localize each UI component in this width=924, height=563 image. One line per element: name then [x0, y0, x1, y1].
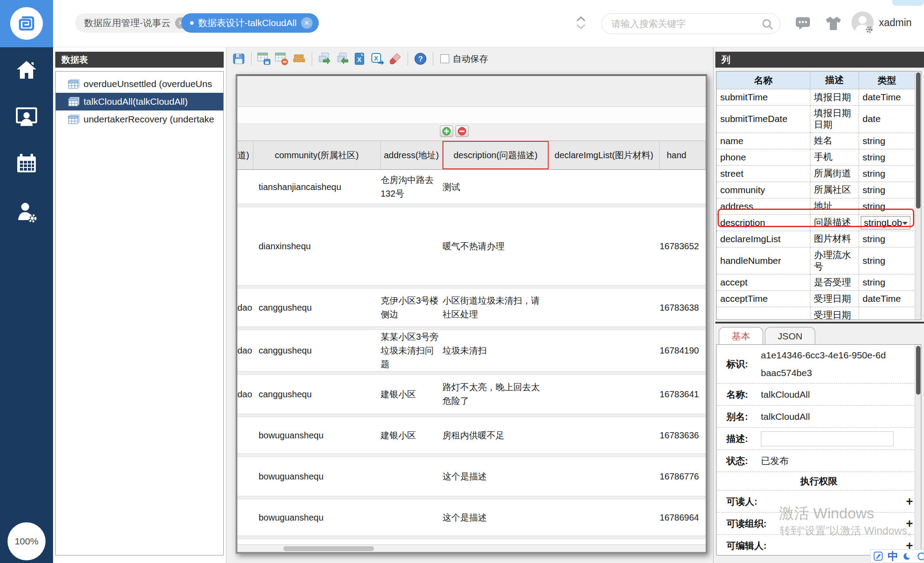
- tab-json[interactable]: JSON: [765, 327, 815, 345]
- column-def-name[interactable]: community: [717, 182, 810, 198]
- export-back-icon[interactable]: [335, 52, 349, 66]
- grid-row[interactable]: dianxinshequ 暖气不热请办理 16783652: [237, 207, 706, 285]
- column-def-row[interactable]: acceptTime 受理日期 dateTime: [717, 291, 915, 307]
- column-def-desc[interactable]: 填报日期: [810, 89, 859, 106]
- col-header-desc[interactable]: 描述: [810, 72, 859, 89]
- column-def-desc[interactable]: 所属街道: [810, 166, 859, 182]
- add-permission-button[interactable]: +: [906, 495, 913, 509]
- tab-basic[interactable]: 基本: [719, 327, 763, 345]
- user-settings-icon[interactable]: [14, 201, 39, 223]
- column-def-row[interactable]: description 问题描述 stringLob: [717, 215, 915, 231]
- remove-row-button[interactable]: [455, 126, 469, 137]
- column-def-row[interactable]: phone 手机 string: [717, 149, 915, 166]
- tab-table-design[interactable]: 数据表设计-talkCloudAll ✕: [181, 13, 319, 33]
- grid-row[interactable]: dao canggushequ 建银小区 路灯不太亮，晚上回去太危险了 1678…: [237, 374, 706, 414]
- column-def-type[interactable]: string: [859, 133, 915, 149]
- column-def-name[interactable]: phone: [717, 149, 810, 166]
- column-def-type[interactable]: string: [859, 149, 915, 166]
- column-def-desc[interactable]: 是否受理: [810, 274, 859, 291]
- tab-data-app-management[interactable]: 数据应用管理-说事云 ✕: [75, 13, 193, 33]
- col-header-type[interactable]: 类型: [859, 72, 915, 89]
- column-def-name[interactable]: address: [717, 198, 810, 215]
- excel-export-icon[interactable]: X: [370, 52, 385, 66]
- column-def-name[interactable]: submitTimeDate: [717, 106, 810, 133]
- column-def-desc[interactable]: 受理日期: [810, 307, 859, 320]
- grid-row[interactable]: bowuguanshequ 建银小区 房租内供暖不足 16783636: [237, 417, 706, 454]
- column-type-value[interactable]: dateTime: [863, 293, 901, 304]
- search-input[interactable]: [611, 14, 757, 34]
- column-def-type[interactable]: string: [859, 198, 915, 215]
- column-def-desc[interactable]: 地址: [810, 198, 859, 215]
- column-def-desc[interactable]: 所属社区: [810, 182, 859, 198]
- column-def-desc[interactable]: 图片材料: [810, 231, 859, 247]
- column-def-name[interactable]: name: [717, 133, 810, 149]
- column-type-value[interactable]: string: [863, 277, 885, 288]
- grid-column-header[interactable]: declareImgList(图片材料): [549, 141, 660, 169]
- add-row-button[interactable]: [440, 126, 453, 137]
- username-label[interactable]: xadmin: [879, 17, 912, 29]
- zoom-level-badge[interactable]: 100%: [8, 522, 46, 560]
- grid-column-header[interactable]: description(问题描述): [443, 141, 549, 169]
- column-def-row[interactable]: accept 是否受理 string: [717, 274, 915, 291]
- grid-column-header[interactable]: address(地址): [381, 141, 443, 169]
- bricks-icon[interactable]: [292, 52, 306, 66]
- avatar[interactable]: [851, 11, 874, 34]
- col-header-name[interactable]: 名称: [717, 72, 810, 89]
- column-def-row[interactable]: declareImgList 图片材料 string: [717, 231, 915, 247]
- grid-row[interactable]: bowuguanshequ 这个是描述 16786964: [237, 499, 706, 536]
- horizontal-scrollbar-thumb[interactable]: [283, 546, 374, 551]
- table-tree-item[interactable]: overdueUnsettled (overdueUns: [56, 75, 223, 93]
- column-def-name[interactable]: accept: [717, 274, 810, 291]
- column-def-type[interactable]: date: [859, 106, 915, 133]
- grid-row[interactable]: dao canggushequ 克伊小区3号楼侧边 小区街道垃圾未清扫，请社区处…: [237, 288, 706, 327]
- column-def-type[interactable]: string: [859, 231, 915, 247]
- column-type-value[interactable]: string: [863, 152, 885, 163]
- column-def-type[interactable]: dateTime: [859, 89, 915, 106]
- column-def-name[interactable]: description: [717, 215, 810, 231]
- column-def-desc[interactable]: 填报日期日期: [810, 106, 859, 133]
- column-def-row[interactable]: street 所属街道 string: [717, 166, 915, 182]
- column-type-value[interactable]: string: [863, 201, 885, 212]
- help-icon[interactable]: ?: [413, 52, 428, 66]
- column-def-name[interactable]: street: [717, 166, 810, 182]
- messages-icon[interactable]: [795, 16, 811, 32]
- grid-column-header[interactable]: 道): [237, 141, 253, 169]
- column-def-type[interactable]: dateTime: [859, 291, 915, 307]
- columns-scrollbar-thumb[interactable]: [916, 72, 920, 209]
- column-def-row[interactable]: handleNumber 办理流水号 string: [717, 247, 915, 275]
- grid-column-header[interactable]: hand: [660, 141, 706, 169]
- tab-scroll-control[interactable]: [576, 16, 586, 30]
- column-type-value[interactable]: string: [863, 185, 885, 195]
- column-def-name[interactable]: declareImgList: [717, 231, 810, 247]
- column-def-name[interactable]: handleNumber: [717, 247, 810, 275]
- shirt-icon[interactable]: [825, 16, 842, 33]
- calendar-icon[interactable]: [14, 152, 39, 175]
- column-type-value[interactable]: string: [863, 136, 885, 146]
- column-def-type[interactable]: [859, 307, 915, 320]
- column-def-row[interactable]: submitTime 填报日期 dateTime: [717, 89, 915, 106]
- table-tree-item[interactable]: undertakerRecovery (undertake: [56, 110, 223, 128]
- column-def-type[interactable]: stringLob: [859, 215, 915, 231]
- column-type-value[interactable]: string: [863, 255, 885, 266]
- columns-scrollbar[interactable]: [915, 72, 921, 320]
- export-forward-icon[interactable]: [317, 52, 332, 66]
- column-def-row[interactable]: submitTimeDate 填报日期日期 date: [717, 106, 915, 133]
- grid-column-header[interactable]: community(所属社区): [253, 141, 381, 169]
- grid-row[interactable]: tianshanjiancaishequ 仓房沟中路去132号 测试: [237, 170, 706, 204]
- column-type-value[interactable]: date: [863, 114, 881, 124]
- close-icon[interactable]: ✕: [301, 17, 313, 29]
- ime-language-indicator[interactable]: 中: [888, 551, 898, 562]
- moon-icon[interactable]: [903, 551, 911, 562]
- grid-row[interactable]: dao canggushequ 某某小区3号旁垃圾未清扫问题 垃圾未清扫 167…: [237, 330, 706, 372]
- remove-table-row-icon[interactable]: [275, 52, 289, 66]
- column-def-row[interactable]: 受理日期: [717, 307, 915, 320]
- description-input[interactable]: [761, 431, 893, 446]
- column-type-value[interactable]: dateTime: [863, 92, 901, 103]
- horizontal-scrollbar[interactable]: [237, 544, 706, 552]
- grid-row[interactable]: ningchuanlushequ 平川路22号 路灯太黑: [237, 539, 706, 544]
- clear-format-icon[interactable]: [388, 52, 402, 66]
- excel-document-icon[interactable]: X: [353, 52, 367, 66]
- column-def-type[interactable]: string: [859, 182, 915, 198]
- column-def-desc[interactable]: 手机: [810, 149, 859, 166]
- search-icon[interactable]: [761, 18, 774, 30]
